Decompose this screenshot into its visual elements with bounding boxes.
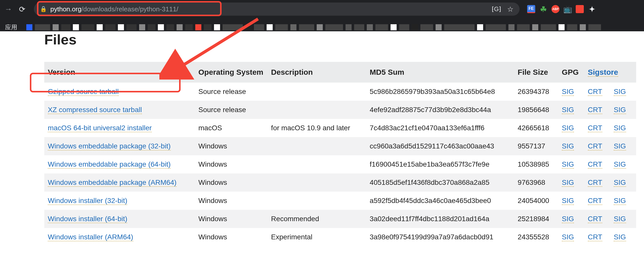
download-link[interactable]: macOS 64-bit universal2 installer xyxy=(48,124,152,132)
bookmark-item[interactable] xyxy=(559,24,565,30)
apps-button[interactable]: 应用 xyxy=(0,23,22,31)
sigstore-crt-link[interactable]: CRT xyxy=(588,160,602,169)
sigstore-sig-link[interactable]: SIG xyxy=(614,178,626,187)
extension-red-icon[interactable] xyxy=(576,5,584,13)
bookmark-item[interactable] xyxy=(53,24,59,30)
bookmark-item[interactable] xyxy=(267,24,273,30)
bookmark-item[interactable] xyxy=(486,24,506,30)
sigstore-crt-link[interactable]: CRT xyxy=(588,178,602,187)
download-link[interactable]: XZ compressed source tarball xyxy=(48,106,142,114)
bookmark-item[interactable] xyxy=(317,24,323,30)
download-link[interactable]: Windows installer (32-bit) xyxy=(48,197,127,205)
gpg-sig-link[interactable]: SIG xyxy=(562,106,574,114)
bookmark-item[interactable] xyxy=(139,24,145,30)
bookmark-item[interactable] xyxy=(275,24,288,30)
bookmark-item[interactable] xyxy=(73,24,79,30)
gpg-sig-link[interactable]: SIG xyxy=(562,215,574,223)
reload-button[interactable]: ⟳ xyxy=(18,5,26,14)
sigstore-sig-link[interactable]: SIG xyxy=(614,142,626,150)
bookmark-item[interactable] xyxy=(517,24,530,30)
forward-button[interactable]: → xyxy=(4,5,13,13)
gpg-sig-link[interactable]: SIG xyxy=(562,124,574,132)
sigstore-sig-link[interactable]: SIG xyxy=(614,197,626,205)
bookmark-item[interactable] xyxy=(81,24,94,30)
bookmark-item[interactable] xyxy=(245,24,251,30)
bookmark-item[interactable] xyxy=(367,24,373,30)
bookmark-item[interactable] xyxy=(346,24,352,30)
translate-icon[interactable]: ⁅G⁆ xyxy=(492,6,501,13)
bookmark-item[interactable] xyxy=(223,24,243,30)
bookmark-item[interactable] xyxy=(118,24,124,30)
sigstore-crt-link[interactable]: CRT xyxy=(588,233,602,241)
download-link[interactable]: Windows embeddable package (32-bit) xyxy=(48,142,171,150)
download-link[interactable]: Windows embeddable package (ARM64) xyxy=(48,178,177,187)
sigstore-crt-link[interactable]: CRT xyxy=(588,124,602,132)
bookmark-item[interactable] xyxy=(541,24,556,30)
sigstore-sig-link[interactable]: SIG xyxy=(614,233,626,241)
download-link[interactable]: Windows installer (ARM64) xyxy=(48,233,133,241)
gpg-sig-link[interactable]: SIG xyxy=(562,197,574,205)
gpg-sig-link[interactable]: SIG xyxy=(562,233,574,241)
sigstore-crt-link[interactable]: CRT xyxy=(588,106,602,114)
bookmark-item[interactable] xyxy=(148,24,155,30)
bookmark-item[interactable] xyxy=(185,24,193,30)
bookmark-item[interactable] xyxy=(299,24,314,30)
sigstore-sig-link[interactable]: SIG xyxy=(614,215,626,223)
download-link[interactable]: Gzipped source tarball xyxy=(48,88,119,96)
bookmark-item[interactable] xyxy=(508,24,514,30)
sigstore-crt-link[interactable]: CRT xyxy=(588,215,602,223)
header-filesize: File Size xyxy=(514,62,558,83)
sigstore-sig-link[interactable]: SIG xyxy=(614,124,626,132)
sigstore-sig-link[interactable]: SIG xyxy=(614,88,626,96)
bookmark-item[interactable] xyxy=(254,24,264,30)
gpg-sig-link[interactable]: SIG xyxy=(562,178,574,187)
bookmark-item[interactable] xyxy=(195,24,201,30)
bookmark-item[interactable] xyxy=(214,24,220,30)
bookmark-item[interactable] xyxy=(126,24,137,30)
bookmark-item[interactable] xyxy=(105,24,115,30)
bookmark-item[interactable] xyxy=(158,24,164,30)
bookmark-item[interactable] xyxy=(391,24,397,30)
bookmark-item[interactable] xyxy=(580,24,586,30)
bookmark-item[interactable] xyxy=(290,24,296,30)
bookmark-item[interactable] xyxy=(325,24,343,30)
download-link[interactable]: Windows embeddable package (64-bit) xyxy=(48,160,171,169)
bookmark-item[interactable] xyxy=(567,24,577,30)
bookmark-item[interactable] xyxy=(61,24,70,30)
sigstore-link[interactable]: Sigstore xyxy=(588,68,618,77)
extension-abp-icon[interactable]: ABP xyxy=(551,5,560,13)
bookmark-star-icon[interactable]: ☆ xyxy=(507,5,513,13)
bookmark-item[interactable] xyxy=(477,24,483,30)
gpg-sig-link[interactable]: SIG xyxy=(562,88,574,96)
bookmark-item[interactable] xyxy=(399,24,409,30)
bookmark-item[interactable] xyxy=(375,24,388,30)
sigstore-sig-link[interactable]: SIG xyxy=(614,160,626,169)
bookmark-item[interactable] xyxy=(412,24,418,30)
cell-os: Windows xyxy=(195,173,267,192)
bookmark-item[interactable] xyxy=(177,24,183,30)
url-bar[interactable]: 🔒 python.org/downloads/release/python-31… xyxy=(34,3,520,16)
extension-fe-icon[interactable]: FE xyxy=(527,5,535,13)
bookmark-item[interactable] xyxy=(354,24,364,30)
download-link[interactable]: Windows installer (64-bit) xyxy=(48,215,127,223)
gpg-sig-link[interactable]: SIG xyxy=(562,160,574,169)
gpg-sig-link[interactable]: SIG xyxy=(562,142,574,150)
sigstore-crt-link[interactable]: CRT xyxy=(588,197,602,205)
bookmark-item[interactable] xyxy=(436,24,442,30)
sigstore-crt-link[interactable]: CRT xyxy=(588,88,602,96)
bookmark-item[interactable] xyxy=(444,24,475,30)
bookmark-item[interactable] xyxy=(35,24,50,30)
extension-tv-icon[interactable]: 📺 xyxy=(564,5,572,13)
bookmark-item[interactable] xyxy=(532,24,538,30)
bookmark-item[interactable] xyxy=(204,24,211,30)
bookmark-item[interactable] xyxy=(26,24,32,30)
cell-os: Windows xyxy=(195,155,267,173)
extension-evernote-icon[interactable]: ☘ xyxy=(539,5,547,13)
sigstore-sig-link[interactable]: SIG xyxy=(614,106,626,114)
bookmark-item[interactable] xyxy=(420,24,433,30)
bookmark-item[interactable] xyxy=(166,24,174,30)
extensions-puzzle-icon[interactable]: ✦ xyxy=(588,5,596,13)
bookmark-item[interactable] xyxy=(588,24,601,30)
bookmark-item[interactable] xyxy=(97,24,103,30)
sigstore-crt-link[interactable]: CRT xyxy=(588,142,602,150)
